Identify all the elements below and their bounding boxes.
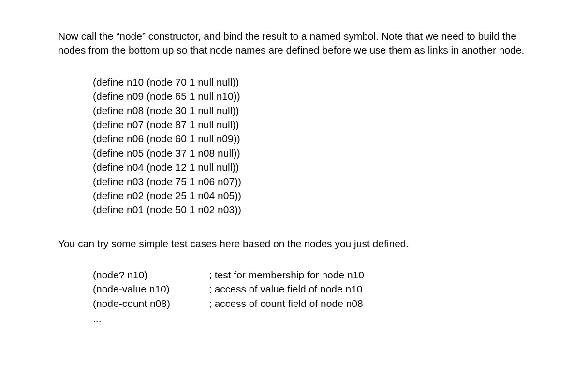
test-row: (node-count n08) ; access of count field… (93, 296, 530, 310)
intro-paragraph: Now call the “node” constructor, and bin… (58, 29, 530, 58)
code-line: (define n05 (node 37 1 n08 null)) (93, 146, 530, 160)
test-call: (node-count n08) (93, 296, 209, 310)
define-code-block: (define n10 (node 70 1 null null)) (defi… (93, 75, 530, 217)
code-line: (define n02 (node 25 1 n04 n05)) (93, 189, 530, 203)
test-row: (node-value n10) ; access of value field… (93, 282, 530, 296)
code-line: (define n08 (node 30 1 null null)) (93, 103, 530, 117)
code-line: (define n03 (node 75 1 n06 n07)) (93, 175, 530, 189)
code-line: (define n10 (node 70 1 null null)) (93, 75, 530, 89)
test-comment: ; access of count field of node n08 (209, 296, 530, 310)
document-page: Now call the “node” constructor, and bin… (0, 0, 588, 326)
test-call: (node-value n10) (93, 282, 209, 296)
ellipsis: ... (93, 311, 530, 325)
test-comment: ; test for membership for node n10 (209, 268, 530, 282)
code-line: (define n09 (node 65 1 null n10)) (93, 89, 530, 103)
test-comment: ; access of value field of node n10 (209, 282, 530, 296)
test-call: (node? n10) (93, 268, 209, 282)
test-cases-block: (node? n10) ; test for membership for no… (93, 268, 530, 326)
test-row: (node? n10) ; test for membership for no… (93, 268, 530, 282)
tests-intro-paragraph: You can try some simple test cases here … (58, 236, 530, 250)
code-line: (define n01 (node 50 1 n02 n03)) (93, 203, 530, 217)
code-line: (define n04 (node 12 1 null null)) (93, 160, 530, 174)
code-line: (define n06 (node 60 1 null n09)) (93, 131, 530, 146)
code-line: (define n07 (node 87 1 null null)) (93, 117, 530, 131)
